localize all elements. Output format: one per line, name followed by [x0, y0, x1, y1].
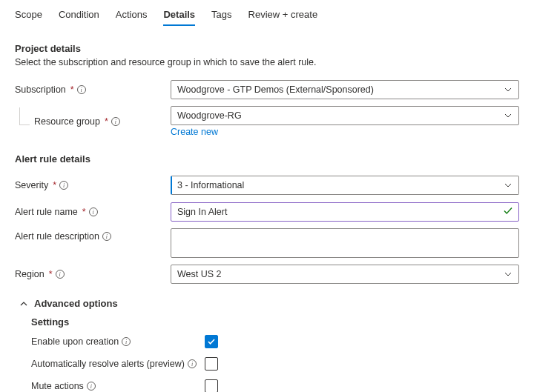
alert-rule-desc-label: Alert rule description: [15, 231, 99, 242]
chevron-down-icon: [504, 181, 512, 190]
info-icon[interactable]: i: [102, 232, 111, 241]
alert-rule-details-heading: Alert rule details: [15, 153, 519, 165]
enable-upon-creation-checkbox[interactable]: [205, 335, 218, 348]
alert-rule-name-input[interactable]: [171, 202, 519, 222]
info-icon[interactable]: i: [89, 207, 98, 216]
chevron-down-icon: [504, 270, 512, 279]
tab-review-create[interactable]: Review + create: [248, 4, 318, 26]
required-mark: *: [82, 207, 86, 217]
project-details-heading: Project details: [15, 43, 519, 54]
auto-resolve-checkbox[interactable]: [205, 357, 218, 371]
alert-rule-name-label: Alert rule name: [15, 207, 78, 217]
indent-line: [19, 107, 30, 125]
resource-group-label: Resource group: [34, 116, 100, 127]
advanced-options-label: Advanced options: [34, 298, 118, 309]
chevron-down-icon: [504, 85, 512, 94]
project-details-desc: Select the subscription and resource gro…: [15, 57, 519, 67]
info-icon[interactable]: i: [56, 270, 65, 279]
mute-actions-checkbox[interactable]: [205, 379, 218, 392]
mute-actions-label: Mute actions: [31, 381, 84, 391]
subscription-select[interactable]: Woodgrove - GTP Demos (External/Sponsore…: [171, 80, 519, 99]
region-value: West US 2: [177, 269, 222, 279]
required-mark: *: [70, 84, 74, 95]
subscription-label: Subscription: [15, 84, 66, 95]
info-icon[interactable]: i: [77, 85, 86, 94]
severity-label: Severity: [15, 180, 48, 190]
advanced-options-toggle[interactable]: Advanced options: [19, 298, 519, 309]
info-icon[interactable]: i: [122, 337, 131, 346]
chevron-down-icon: [504, 111, 512, 120]
enable-upon-creation-label: Enable upon creation: [31, 336, 119, 347]
required-mark: *: [53, 180, 56, 190]
tab-details[interactable]: Details: [163, 4, 195, 26]
resource-group-value: Woodgrove-RG: [177, 110, 242, 121]
required-mark: *: [105, 116, 108, 127]
chevron-up-icon: [19, 299, 28, 308]
check-icon: [207, 337, 216, 346]
auto-resolve-label: Automatically resolve alerts (preview): [31, 359, 185, 369]
tabs-bar: Scope Condition Actions Details Tags Rev…: [15, 0, 519, 27]
region-select[interactable]: West US 2: [171, 265, 519, 284]
tab-actions[interactable]: Actions: [116, 4, 148, 26]
resource-group-select[interactable]: Woodgrove-RG: [171, 106, 519, 125]
tab-tags[interactable]: Tags: [211, 4, 231, 26]
info-icon[interactable]: i: [111, 117, 120, 126]
checkmark-icon: [503, 206, 513, 219]
severity-value: 3 - Informational: [177, 180, 244, 190]
info-icon[interactable]: i: [188, 359, 197, 368]
create-new-link[interactable]: Create new: [171, 127, 218, 137]
alert-rule-desc-input[interactable]: [171, 228, 519, 258]
tab-scope[interactable]: Scope: [15, 4, 42, 26]
severity-select[interactable]: 3 - Informational: [171, 176, 519, 195]
region-label: Region: [15, 269, 44, 279]
settings-heading: Settings: [31, 316, 519, 328]
info-icon[interactable]: i: [87, 382, 96, 391]
required-mark: *: [49, 269, 53, 279]
info-icon[interactable]: i: [59, 181, 68, 190]
subscription-value: Woodgrove - GTP Demos (External/Sponsore…: [177, 84, 374, 95]
tab-condition[interactable]: Condition: [59, 4, 99, 26]
